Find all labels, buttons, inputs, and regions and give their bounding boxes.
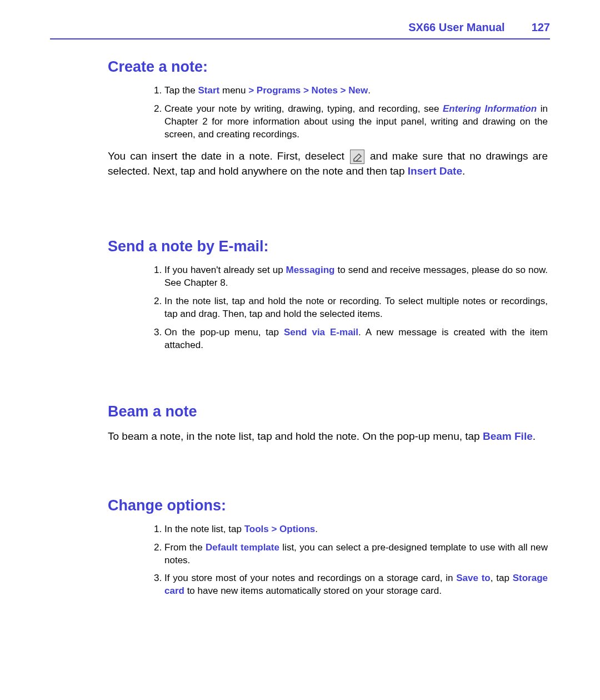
heading-change-options: Change options: — [108, 497, 548, 514]
highlight: Default template — [206, 542, 279, 553]
list-item: If you haven't already set up Messaging … — [164, 264, 548, 290]
highlight-italic: Entering Information — [443, 103, 537, 114]
heading-create-note: Create a note: — [108, 58, 548, 76]
heading-send-email: Send a note by E-mail: — [108, 238, 548, 255]
text: In the note list, tap — [164, 524, 244, 534]
highlight: Messaging — [286, 265, 335, 275]
beam-note-body: To beam a note, in the note list, tap an… — [108, 429, 548, 444]
highlight: Send via E-mail — [284, 327, 358, 337]
highlight: Beam File — [483, 430, 533, 442]
list-item: Create your note by writing, drawing, ty… — [164, 103, 548, 141]
list-item: On the pop-up menu, tap Send via E-mail.… — [164, 326, 548, 352]
create-note-steps: Tap the Start menu > Programs > Notes > … — [108, 85, 548, 141]
highlight: Save to — [456, 573, 491, 583]
create-note-body: You can insert the date in a note. First… — [108, 149, 548, 178]
text: . — [315, 524, 318, 534]
change-options-steps: In the note list, tap Tools > Options. F… — [108, 523, 548, 598]
text: If you store most of your notes and reco… — [164, 573, 456, 583]
page-content: Create a note: Tap the Start menu > Prog… — [50, 58, 550, 598]
send-email-steps: If you haven't already set up Messaging … — [108, 264, 548, 352]
text: Tap the — [164, 85, 198, 96]
text: In the note list, tap and hold the note … — [164, 296, 548, 319]
text: Create your note by writing, drawing, ty… — [164, 103, 443, 114]
list-item: From the Default template list, you can … — [164, 542, 548, 567]
text: , tap — [491, 573, 513, 583]
list-item: In the note list, tap Tools > Options. — [164, 523, 548, 536]
text: to have new items automatically stored o… — [184, 585, 442, 596]
text: If you haven't already set up — [164, 265, 286, 275]
text: To beam a note, in the note list, tap an… — [108, 430, 483, 442]
text: . — [533, 430, 536, 442]
text: From the — [164, 542, 206, 553]
pencil-icon — [350, 150, 364, 164]
text: menu — [222, 85, 248, 96]
header-page-number: 127 — [532, 21, 550, 34]
text: On the pop-up menu, tap — [164, 327, 284, 337]
highlight: Start — [198, 85, 222, 96]
highlight: Insert Date — [408, 165, 462, 177]
list-item: If you store most of your notes and reco… — [164, 572, 548, 598]
list-item: In the note list, tap and hold the note … — [164, 295, 548, 321]
highlight: Tools > Options — [244, 524, 316, 534]
header-title: SX66 User Manual — [408, 21, 504, 34]
text: . — [462, 165, 465, 177]
text: . — [368, 85, 371, 96]
page-header: SX66 User Manual 127 — [50, 21, 550, 39]
highlight: > Programs > Notes > New — [248, 85, 368, 96]
text: You can insert the date in a note. First… — [108, 150, 349, 162]
heading-beam-note: Beam a note — [108, 403, 548, 420]
list-item: Tap the Start menu > Programs > Notes > … — [164, 85, 548, 97]
